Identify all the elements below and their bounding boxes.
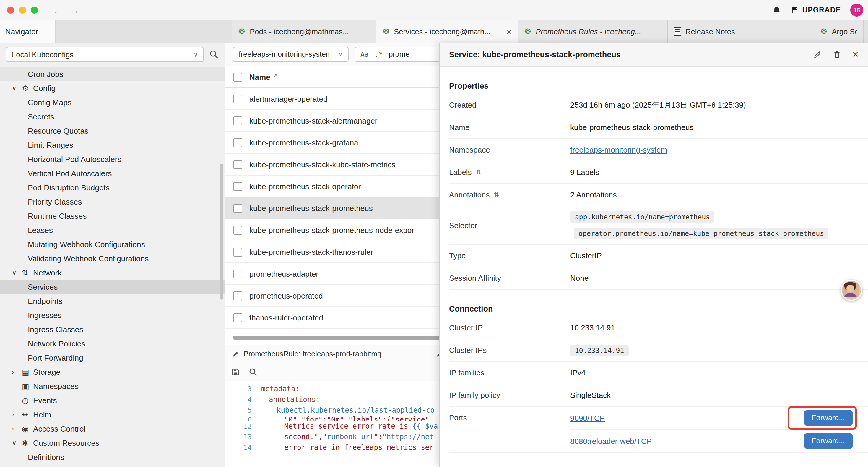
namespace-filter[interactable]: freeleaps-monitoring-system ∨ — [233, 47, 349, 62]
code-token: runbook_url — [327, 433, 374, 441]
row-checkbox[interactable] — [234, 160, 242, 169]
chevron-right-icon[interactable]: › — [12, 425, 22, 432]
sidebar-item-horizontal-pod-autoscalers[interactable]: Horizontal Pod Autoscalers — [0, 152, 224, 166]
detail-label: Annotations⇅ — [449, 191, 570, 199]
close-window-button[interactable] — [7, 6, 14, 13]
regex-toggle[interactable]: .* — [375, 50, 383, 58]
sidebar-item-leases[interactable]: Leases — [0, 223, 224, 237]
row-checkbox[interactable] — [234, 313, 242, 322]
row-checkbox[interactable] — [234, 226, 242, 234]
expander-icon[interactable]: ⇅ — [476, 169, 481, 176]
close-icon[interactable]: × — [852, 49, 859, 60]
expander-icon[interactable]: ⇅ — [494, 191, 499, 199]
detail-label: Created — [449, 100, 570, 109]
tab-services-icecheng-math[interactable]: ☸Services - icecheng@math...× — [376, 20, 518, 42]
sidebar-item-custom-resources[interactable]: ∨✱Custom Resources — [0, 436, 224, 450]
row-checkbox[interactable] — [234, 138, 242, 147]
save-icon[interactable] — [231, 368, 240, 376]
sidebar-item-ingresses[interactable]: Ingresses — [0, 308, 224, 322]
chevron-down-icon[interactable]: ∨ — [12, 84, 22, 92]
sidebar-item-cron-jobs[interactable]: Cron Jobs — [0, 67, 224, 81]
avatar[interactable] — [841, 280, 862, 301]
search-icon[interactable] — [209, 50, 219, 59]
tab-prometheus-rules-icecheng[interactable]: ☸Prometheus Rules - icecheng... — [518, 20, 668, 42]
sidebar-item-definitions[interactable]: Definitions — [0, 450, 224, 464]
sidebar-item-pod-disruption-budgets[interactable]: Pod Disruption Budgets — [0, 180, 224, 195]
tab-pods-icecheng-mathmas[interactable]: ☸Pods - icecheng@mathmas... — [232, 20, 376, 42]
code-token: "0","for":"0m","labels":{"service" — [284, 415, 429, 421]
zoom-window-button[interactable] — [31, 6, 38, 13]
row-checkbox[interactable] — [234, 269, 242, 278]
detail-row-type: TypeClusterIP — [449, 245, 868, 267]
forward-button[interactable]: Forward... — [804, 433, 852, 449]
column-header-name[interactable]: Name — [249, 72, 270, 81]
tab-release-notes[interactable]: Release Notes — [668, 20, 814, 42]
sidebar-item-services[interactable]: Services — [0, 280, 224, 294]
detail-label-text: Name — [449, 123, 469, 132]
row-checkbox[interactable] — [234, 247, 242, 256]
detail-label-text: Session Affinity — [449, 274, 501, 283]
notifications-count-badge[interactable]: 15 — [850, 4, 863, 17]
match-case-toggle[interactable]: Aa — [361, 50, 369, 58]
forward-icon[interactable]: → — [70, 5, 79, 15]
sidebar-item-endpoints[interactable]: Endpoints — [0, 294, 224, 308]
detail-value: app.kubernetes.io/name=prometheusoperato… — [570, 206, 829, 244]
sidebar-item-resource-quotas[interactable]: Resource Quotas — [0, 123, 224, 138]
kubernetes-icon: ☸ — [238, 27, 246, 35]
port-link[interactable]: 8080:reloader-web/TCP — [570, 437, 652, 445]
sidebar-scrollbar[interactable] — [220, 164, 223, 300]
sidebar-item-ingress-classes[interactable]: Ingress Classes — [0, 322, 224, 337]
notifications-bell-icon[interactable] — [772, 6, 781, 14]
sidebar-item-label: Definitions — [28, 453, 64, 461]
forward-button[interactable]: Forward... — [804, 410, 852, 426]
close-icon[interactable]: × — [503, 26, 512, 36]
kubeconfig-selector[interactable]: Local Kubeconfigs ∨ — [6, 47, 204, 62]
tab-label: Prometheus Rules - icecheng... — [536, 27, 641, 36]
forward-button-wrap: Forward... — [804, 433, 852, 449]
sidebar-item-label: Priority Classes — [28, 197, 82, 206]
detail-row-namespace: Namespacefreeleaps-monitoring-system — [449, 139, 868, 162]
detail-label: Cluster IP — [449, 323, 570, 332]
sidebar-item-storage[interactable]: ›▤Storage — [0, 365, 224, 379]
sidebar-item-network-policies[interactable]: Network Policies — [0, 337, 224, 351]
sidebar-item-runtime-classes[interactable]: Runtime Classes — [0, 209, 224, 223]
sidebar-item-network[interactable]: ∨⇅Network — [0, 265, 224, 280]
sidebar-item-mutating-webhook-configurations[interactable]: Mutating Webhook Configurations — [0, 237, 224, 251]
sidebar-item-port-forwarding[interactable]: Port Forwarding — [0, 351, 224, 365]
chevron-right-icon[interactable]: › — [12, 411, 22, 418]
chevron-down-icon[interactable]: ∨ — [12, 269, 22, 276]
row-checkbox[interactable] — [234, 182, 242, 191]
search-icon[interactable] — [249, 368, 258, 376]
sidebar-item-access-control[interactable]: ›◉Access Control — [0, 421, 224, 436]
back-icon[interactable]: ← — [53, 5, 62, 15]
sidebar-item-vertical-pod-autoscalers[interactable]: Vertical Pod Autoscalers — [0, 166, 224, 180]
tab-argo-se[interactable]: ☸Argo Se — [814, 20, 864, 42]
row-checkbox[interactable] — [234, 291, 242, 300]
namespace-link[interactable]: freeleaps-monitoring-system — [570, 145, 667, 154]
sidebar-item-config-maps[interactable]: Config Maps — [0, 95, 224, 109]
sidebar-item-priority-classes[interactable]: Priority Classes — [0, 195, 224, 209]
edit-icon[interactable] — [813, 50, 822, 59]
delete-icon[interactable] — [833, 50, 842, 59]
chevron-right-icon[interactable]: › — [12, 368, 22, 375]
select-all-checkbox[interactable] — [234, 72, 242, 81]
detail-label: Selector — [449, 221, 570, 230]
sidebar-item-namespaces[interactable]: ▣Namespaces — [0, 379, 224, 393]
port-link[interactable]: 9090/TCP — [570, 413, 605, 422]
sidebar-item-events[interactable]: ◷Events — [0, 393, 224, 407]
sidebar-item-helm[interactable]: ›⎈Helm — [0, 407, 224, 421]
chevron-down-icon[interactable]: ∨ — [12, 439, 22, 447]
row-checkbox[interactable] — [234, 204, 242, 212]
chevron-down-icon: ∨ — [193, 51, 198, 58]
row-checkbox[interactable] — [234, 94, 242, 103]
sidebar-item-config[interactable]: ∨⚙Config — [0, 81, 224, 95]
sidebar-item-limit-ranges[interactable]: Limit Ranges — [0, 138, 224, 152]
minimize-window-button[interactable] — [19, 6, 26, 13]
sidebar-item-secrets[interactable]: Secrets — [0, 109, 224, 123]
detail-value-text: None — [570, 274, 589, 283]
dock-tab-prometheusrule[interactable]: PrometheusRule: freeleaps-prod-rabbitmq — [224, 345, 428, 363]
row-checkbox[interactable] — [234, 116, 242, 125]
sidebar-item-label: Pod Disruption Budgets — [28, 183, 110, 192]
upgrade-button[interactable]: UPGRADE — [790, 6, 841, 14]
sidebar-item-validating-webhook-configurations[interactable]: Validating Webhook Configurations — [0, 251, 224, 265]
